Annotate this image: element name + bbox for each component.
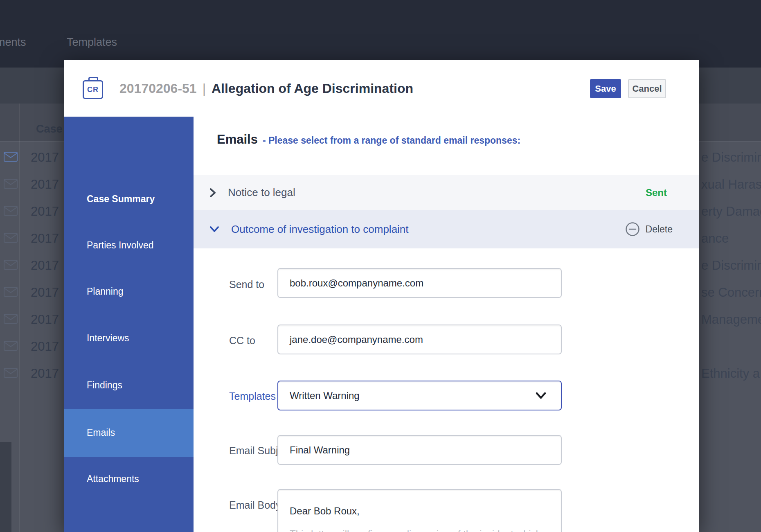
- templates-selected-value: Written Warning: [290, 390, 360, 401]
- accordion-notice-to-legal[interactable]: Notice to legal Sent: [194, 175, 699, 210]
- envelope-icon: [3, 178, 18, 189]
- cc-to-input[interactable]: jane.doe@companyname.com: [277, 325, 562, 354]
- chevron-down-icon[interactable]: [208, 225, 221, 234]
- envelope-icon: [3, 286, 18, 298]
- envelope-icon: [3, 367, 18, 379]
- sidebar-item-parties-involved[interactable]: Parties Involved: [64, 222, 194, 268]
- envelope-icon: [3, 340, 18, 352]
- case-number-cell: 2017: [31, 366, 59, 381]
- cancel-button[interactable]: Cancel: [628, 79, 666, 98]
- case-number-cell: 2017: [31, 285, 59, 300]
- accordion-outcome-of-investigation[interactable]: Outcome of investigation to complaint De…: [194, 210, 699, 248]
- email-body-label: Email Body: [229, 499, 281, 511]
- case-number-cell: 2017: [31, 258, 59, 273]
- case-type-cell: se Concern: [701, 285, 761, 300]
- sidebar-item-interviews[interactable]: Interviews: [64, 315, 194, 361]
- cc-to-label: CC to: [229, 335, 255, 347]
- case-number: 20170206-51: [119, 81, 197, 96]
- case-number-cell: 2017: [31, 312, 59, 327]
- case-number-cell: 2017: [31, 150, 59, 165]
- briefcase-body: CR: [83, 80, 103, 99]
- sidebar-item-case-summary[interactable]: Case Summary: [64, 176, 194, 222]
- case-type-cell: ance: [701, 231, 729, 246]
- case-number-cell: 2017: [31, 231, 59, 246]
- case-number-cell: 2017: [31, 204, 59, 219]
- case-briefcase-icon: CR: [83, 76, 103, 100]
- modal-header: CR 20170206-51 | Allegation of Age Discr…: [64, 60, 699, 117]
- screen: ments Templates Case 2017 e Discrimin 20…: [0, 0, 761, 532]
- case-type-cell: e Discrimin: [701, 258, 761, 273]
- sidebar-item-findings[interactable]: Findings: [64, 362, 194, 408]
- nav-item-templates[interactable]: Templates: [67, 36, 117, 49]
- envelope-icon: [3, 313, 18, 325]
- emails-panel: Emails - Please select from a range of s…: [194, 117, 699, 532]
- modal-title: 20170206-51 | Allegation of Age Discrimi…: [119, 76, 413, 101]
- chevron-right-icon[interactable]: [208, 187, 217, 199]
- emails-heading-row: Emails - Please select from a range of s…: [217, 132, 520, 147]
- emails-subtitle: - Please select from a range of standard…: [263, 135, 520, 146]
- minus-circle-icon: [625, 222, 640, 237]
- case-type-cell: xual Haras: [701, 177, 761, 192]
- background-navbar: [0, 0, 761, 68]
- case-title: Allegation of Age Discrimination: [212, 81, 413, 96]
- send-to-label: Send to: [229, 279, 264, 291]
- sidebar-item-emails[interactable]: Emails: [64, 410, 194, 456]
- save-button[interactable]: Save: [590, 79, 621, 98]
- case-modal: CR 20170206-51 | Allegation of Age Discr…: [64, 60, 699, 532]
- sent-status-badge: Sent: [646, 187, 667, 198]
- case-type-cell: Ethnicity a: [701, 366, 760, 381]
- case-number-cell: 2017: [31, 339, 59, 354]
- case-number-cell: 2017: [31, 177, 59, 192]
- accordion-label: Outcome of investigation to complaint: [231, 223, 409, 236]
- templates-dropdown[interactable]: Written Warning: [277, 381, 562, 410]
- background-corner-strip: [0, 442, 11, 532]
- email-body-textarea[interactable]: Dear Bob Roux, This letter will confirm …: [277, 489, 562, 532]
- case-column-header: Case: [36, 123, 63, 135]
- envelope-icon: [3, 259, 18, 271]
- delete-button[interactable]: Delete: [625, 222, 673, 237]
- templates-label: Templates: [229, 390, 276, 402]
- accordion-label: Notice to legal: [228, 186, 295, 199]
- nav-item-documents[interactable]: ments: [0, 36, 26, 49]
- email-body-line1: Dear Bob Roux,: [290, 505, 549, 517]
- sidebar-item-attachments[interactable]: Attachments: [64, 456, 194, 502]
- sidebar-item-planning[interactable]: Planning: [64, 268, 194, 315]
- modal-sidebar: Case Summary Parties Involved Planning I…: [64, 117, 194, 532]
- case-type-cell: Managemen: [701, 312, 761, 327]
- envelope-icon: [3, 205, 18, 216]
- email-subject-input[interactable]: Final Warning: [277, 435, 562, 465]
- title-separator: |: [203, 81, 206, 96]
- email-body-line2: This letter will confirm our discussion …: [290, 528, 549, 532]
- delete-label: Delete: [646, 224, 673, 235]
- dropdown-chevron-icon: [535, 391, 547, 403]
- envelope-closed-icon: [3, 151, 18, 162]
- case-type-cell: erty Damag: [701, 204, 761, 219]
- send-to-input[interactable]: bob.roux@companyname.com: [277, 268, 562, 298]
- envelope-icon: [3, 232, 18, 243]
- emails-heading: Emails: [217, 132, 258, 147]
- case-type-cell: e Discrimin: [701, 150, 761, 165]
